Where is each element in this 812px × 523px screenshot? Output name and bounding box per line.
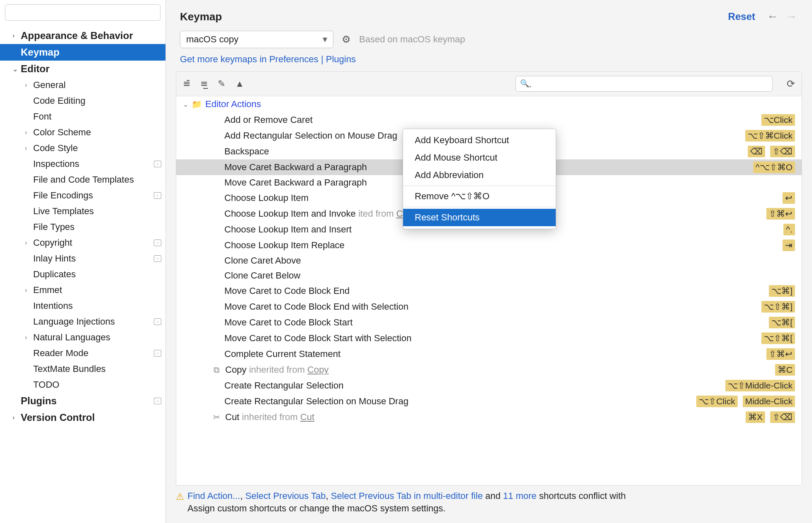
inherited-link[interactable]: Cut [300,412,314,422]
folder-icon: 📁 [192,99,202,109]
sidebar-item-keymap[interactable]: Keymap [0,44,165,61]
shortcut-badge: ⇧⌫ [770,146,795,157]
back-arrow-icon[interactable]: ← [767,10,778,23]
sidebar-item-editor[interactable]: ⌄Editor [0,61,165,77]
sidebar-item-code-style[interactable]: ›Code Style [0,140,165,156]
sidebar-item-label: File Types [33,222,161,232]
sidebar-search-input[interactable] [5,4,160,21]
sidebar-item-intentions[interactable]: Intentions [0,298,165,314]
project-badge-icon: ▫ [154,240,161,246]
sidebar-item-inlay-hints[interactable]: Inlay Hints▫ [0,251,165,266]
actions-search-input[interactable]: 🔍▾ [515,76,773,92]
collapse-all-icon[interactable]: ≡̲ [200,78,208,89]
action-row[interactable]: Move Caret to Code Block End ⌥⌘] [176,283,802,299]
action-row[interactable]: Move Caret to Code Block Start ⌥⌘[ [176,315,802,330]
sidebar-item-color-scheme[interactable]: ›Color Scheme [0,125,165,140]
warning-icon[interactable]: ▲ [235,78,244,89]
keymap-dropdown[interactable]: macOS copy ▾ [180,31,333,48]
text: and [483,491,503,501]
context-menu: Add Keyboard ShortcutAdd Mouse ShortcutA… [403,129,556,229]
sidebar-item-label: TODO [33,379,161,390]
project-badge-icon: ▫ [154,161,161,167]
conflict-advice-text: Assign custom shortcuts or change the ma… [187,503,445,513]
menu-item-remove-o[interactable]: Remove ^⌥⇧⌘O [403,188,556,205]
action-row[interactable]: Clone Caret Above [176,253,802,268]
menu-item-add-abbreviation[interactable]: Add Abbreviation [403,166,556,184]
shortcut-badge: ⌥Click [761,114,795,126]
sidebar-item-reader-mode[interactable]: Reader Mode▫ [0,345,165,361]
action-label: Create Rectangular Selection on Mouse Dr… [224,396,692,407]
find-by-shortcut-icon[interactable]: ⟳ [787,78,795,90]
sidebar-item-label: Duplicates [33,269,161,280]
conflict-link-find-action[interactable]: Find Action... [187,491,240,501]
edit-shortcut-icon[interactable]: ✎ [218,78,225,89]
reset-button[interactable]: Reset [728,11,755,22]
chevron-right-icon: › [25,239,33,247]
sidebar-item-label: Inlay Hints [33,253,151,264]
action-label: Copy inherited from Copy [225,364,771,375]
sidebar-item-inspections[interactable]: Inspections▫ [0,156,165,172]
chevron-down-icon: ⌄ [183,100,188,108]
sidebar-item-natural-languages[interactable]: ›Natural Languages [0,330,165,345]
sidebar-item-file-encodings[interactable]: File Encodings▫ [0,188,165,203]
shortcuts: ⌥⇧Middle-Click [725,380,795,391]
gear-icon[interactable]: ⚙ [342,34,351,45]
sidebar-item-font[interactable]: Font [0,109,165,125]
copy-icon: ⧉ [212,365,221,375]
sidebar-item-live-templates[interactable]: Live Templates [0,203,165,219]
sidebar-item-language-injections[interactable]: Language Injections▫ [0,314,165,330]
shortcuts: ⌥⇧⌘Click [745,130,795,142]
sidebar-item-label: File Encodings [33,190,151,201]
conflict-link-select-prev-tab[interactable]: Select Previous Tab [245,491,326,501]
action-row[interactable]: Complete Current Statement ⇧⌘↩ [176,346,802,362]
action-label: Clone Caret Below [224,270,791,281]
menu-item-add-keyboard-shortcut[interactable]: Add Keyboard Shortcut [403,132,556,149]
action-row[interactable]: Create Rectangular Selection on Mouse Dr… [176,393,802,409]
sidebar-item-plugins[interactable]: Plugins▫ [0,393,165,409]
sidebar-item-label: Intentions [33,301,161,311]
sidebar-item-code-editing[interactable]: Code Editing [0,93,165,109]
project-badge-icon: ▫ [154,350,161,357]
action-label: Cut inherited from Cut [225,412,741,423]
sidebar-item-label: File and Code Templates [33,174,161,185]
sidebar-item-general[interactable]: ›General [0,77,165,93]
sidebar-item-version-control[interactable]: ›Version Control [0,409,165,426]
project-badge-icon: ▫ [154,192,161,199]
menu-separator [403,207,556,207]
action-row[interactable]: Move Caret to Code Block End with Select… [176,299,802,315]
menu-item-reset-shortcuts[interactable]: Reset Shortcuts [403,209,556,226]
sidebar-item-label: Live Templates [33,206,161,217]
action-label: Complete Current Statement [224,349,762,359]
action-row[interactable]: Add or Remove Caret ⌥Click [176,112,802,128]
action-row[interactable]: Move Caret to Code Block Start with Sele… [176,330,802,346]
inherited-link[interactable]: Copy [307,364,328,375]
shortcuts: ^. [783,224,795,235]
plugins-link[interactable]: Get more keymaps in Preferences | Plugin… [166,52,812,71]
sidebar-item-copyright[interactable]: ›Copyright▫ [0,235,165,251]
expand-all-icon[interactable]: ≡̄ [183,78,190,89]
sidebar-item-appearance-behavior[interactable]: ›Appearance & Behavior [0,27,165,44]
action-row[interactable]: ✂Cut inherited from Cut⌘X⇧⌫ [176,409,802,425]
shortcut-badge: ↩ [783,192,795,204]
forward-arrow-icon: → [785,10,797,23]
shortcut-badge: ^⌥⇧⌘O [753,161,795,173]
sidebar-item-duplicates[interactable]: Duplicates [0,266,165,282]
main-header: Keymap Reset ← → [166,0,812,31]
sidebar-item-emmet[interactable]: ›Emmet [0,282,165,298]
action-row[interactable]: Choose Lookup Item Replace ⇥ [176,237,802,253]
group-row-editor-actions[interactable]: ⌄ 📁 Editor Actions [176,96,802,112]
sidebar-item-label: Editor [21,63,161,75]
menu-item-add-mouse-shortcut[interactable]: Add Mouse Shortcut [403,149,556,166]
shortcut-badge: ⇥ [783,240,795,251]
conflict-link-select-prev-tab-multi[interactable]: Select Previous Tab in multi-editor file [331,491,483,501]
sidebar-item-file-and-code-templates[interactable]: File and Code Templates [0,172,165,188]
sidebar-item-todo[interactable]: TODO [0,377,165,393]
shortcuts: ⌥⇧ClickMiddle-Click [696,396,795,407]
sidebar-item-file-types[interactable]: File Types [0,219,165,235]
action-row[interactable]: ⧉Copy inherited from Copy⌘C [176,362,802,378]
action-row[interactable]: Clone Caret Below [176,268,802,283]
conflict-link-more[interactable]: 11 more [503,491,537,501]
main-panel: Keymap Reset ← → macOS copy ▾ ⚙ Based on… [166,0,812,523]
action-row[interactable]: Create Rectangular Selection ⌥⇧Middle-Cl… [176,378,802,393]
sidebar-item-textmate-bundles[interactable]: TextMate Bundles [0,361,165,377]
